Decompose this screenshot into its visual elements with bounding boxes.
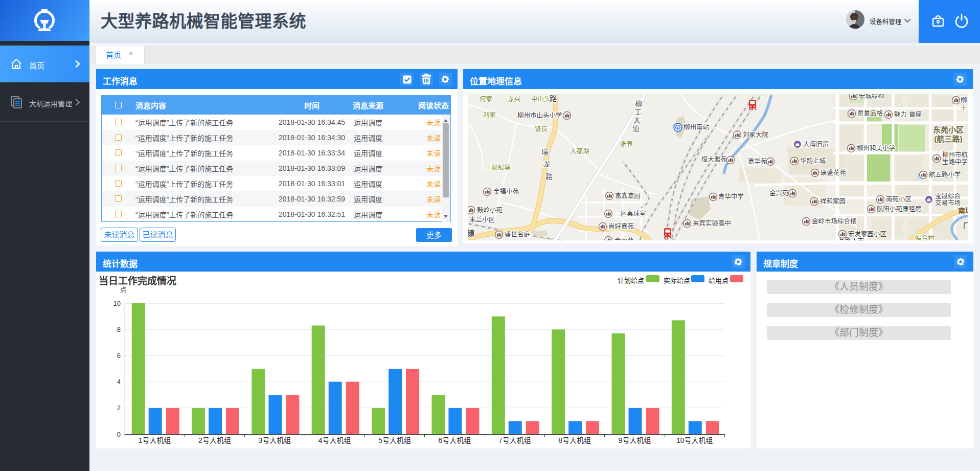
svg-text:南苑小区: 南苑小区: [886, 195, 911, 203]
svg-text:贤良: 贤良: [535, 125, 548, 133]
svg-text:盛世名庭: 盛世名庭: [505, 231, 531, 238]
svg-text:刘家: 刘家: [483, 111, 496, 119]
svg-text:8: 8: [117, 326, 121, 333]
svg-text:2: 2: [117, 404, 121, 412]
svg-text:南环: 南环: [958, 207, 968, 215]
svg-text:康盛花苑: 康盛花苑: [821, 169, 847, 176]
svg-text:6: 6: [117, 352, 121, 360]
svg-text:恒大雅苑: 恒大雅苑: [701, 155, 727, 163]
svg-text:双眼塘: 双眼塘: [491, 164, 511, 171]
svg-text:0: 0: [117, 431, 121, 438]
svg-text:十: 十: [961, 104, 967, 111]
svg-text:路: 路: [549, 94, 557, 103]
svg-text:龙兴: 龙兴: [508, 96, 520, 103]
svg-text:祥和家园: 祥和家园: [820, 197, 846, 205]
svg-text:7号大机组: 7号大机组: [498, 436, 531, 444]
svg-text:东苑小区: 东苑小区: [933, 125, 964, 134]
svg-text:大都湖: 大都湖: [570, 147, 589, 155]
svg-text:点: 点: [120, 286, 126, 294]
svg-text:瑞: 瑞: [541, 148, 549, 156]
svg-text:富鑫嘉园: 富鑫嘉园: [615, 192, 641, 199]
svg-text:大海旧货: 大海旧货: [803, 140, 829, 148]
svg-text:刘家大院: 刘家大院: [743, 131, 769, 139]
svg-text:门: 门: [963, 221, 968, 230]
svg-text:龙: 龙: [543, 160, 551, 168]
svg-text:柳: 柳: [961, 97, 967, 104]
svg-text:华韵上城: 华韵上城: [800, 157, 826, 165]
svg-text:嘉华苑: 嘉华苑: [748, 158, 767, 165]
svg-text:魅力·首座: 魅力·首座: [894, 110, 922, 118]
svg-text:柳州南站: 柳州南站: [683, 123, 709, 131]
svg-text:工: 工: [634, 108, 642, 116]
svg-text:宏发家园小区: 宏发家园小区: [848, 230, 886, 238]
svg-text:金岭市场综合楼: 金岭市场综合楼: [812, 217, 857, 225]
svg-text:6号大机组: 6号大机组: [439, 436, 471, 444]
svg-text:1号大机组: 1号大机组: [139, 436, 171, 444]
svg-text:金福小苑: 金福小苑: [493, 188, 519, 195]
svg-text:尚好嘉苑: 尚好嘉苑: [608, 223, 634, 230]
svg-text:航阳小苑廉租房: 航阳小苑廉租房: [877, 205, 922, 213]
svg-text:(航三路): (航三路): [935, 134, 963, 143]
svg-text:何家: 何家: [480, 95, 493, 103]
svg-text:4号大机组: 4号大机组: [318, 436, 351, 444]
svg-text:航五路小学: 航五路小学: [929, 171, 961, 178]
svg-text:5号大机组: 5号大机组: [378, 436, 411, 444]
svg-text:宝晟综合: 宝晟综合: [935, 192, 961, 200]
svg-text:愿景品格: 愿景品格: [857, 109, 883, 117]
svg-text:宏城绿都: 宏城绿都: [859, 94, 885, 100]
svg-text:9号大机组: 9号大机组: [619, 436, 651, 444]
svg-text:交易市场: 交易市场: [935, 199, 961, 207]
svg-text:一区桌球室: 一区桌球室: [614, 210, 646, 217]
svg-text:金兴苑: 金兴苑: [769, 189, 789, 197]
svg-text:大: 大: [633, 116, 641, 124]
svg-text:8号大机组: 8号大机组: [558, 436, 591, 444]
svg-text:柳州和美小学: 柳州和美小学: [857, 144, 895, 152]
svg-text:10号大机组: 10号大机组: [676, 436, 713, 444]
svg-text:柳: 柳: [635, 100, 642, 108]
svg-text:鼓岭小苑: 鼓岭小苑: [477, 207, 503, 214]
svg-text:来宾实验高中: 来宾实验高中: [693, 219, 731, 227]
svg-text:10: 10: [113, 300, 121, 307]
svg-text:金丽苑: 金丽苑: [614, 237, 634, 240]
svg-text:生路中学: 生路中学: [942, 158, 968, 166]
svg-text:青华中学: 青华中学: [718, 193, 744, 200]
svg-text:柳州市航: 柳州市航: [942, 151, 968, 159]
svg-text:中山头: 中山头: [531, 95, 551, 103]
svg-text:镇: 镇: [468, 229, 474, 237]
svg-text:张表: 张表: [620, 140, 633, 148]
svg-text:柳州市山头小学: 柳州市山头小学: [517, 111, 562, 119]
svg-text:道: 道: [632, 124, 640, 132]
svg-text:4: 4: [117, 378, 121, 386]
svg-text:米兰小区: 米兰小区: [469, 216, 495, 223]
svg-text:帽合村: 帽合村: [915, 234, 935, 240]
svg-text:2号大机组: 2号大机组: [198, 436, 231, 444]
svg-text:路: 路: [545, 172, 553, 181]
svg-text:3号大机组: 3号大机组: [259, 436, 291, 444]
